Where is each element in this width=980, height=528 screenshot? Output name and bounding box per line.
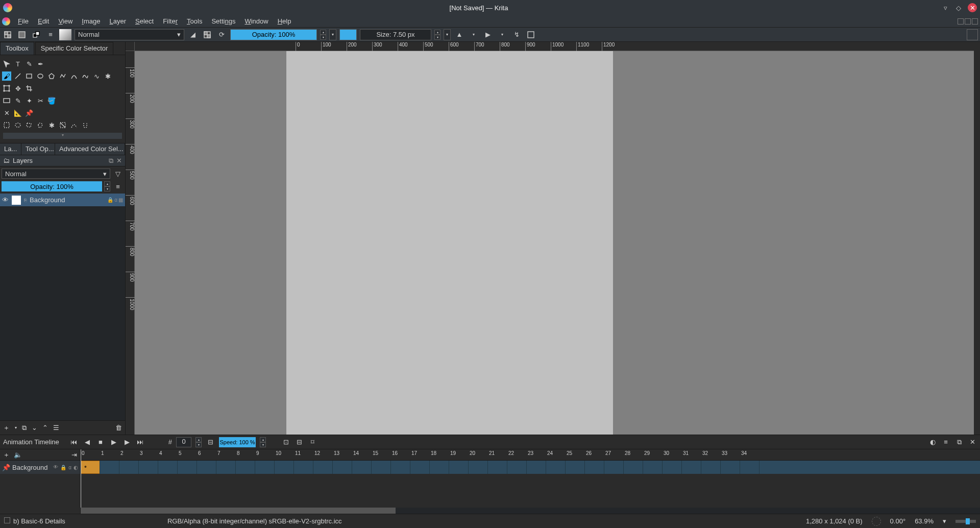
maximize-button[interactable]: ◇ <box>954 4 963 12</box>
play-button[interactable]: ▶ <box>109 438 118 447</box>
eraser-mode-button[interactable]: ◢ <box>187 29 199 40</box>
size-dropdown[interactable]: ▾ <box>444 29 451 40</box>
timeline-track[interactable] <box>81 461 980 474</box>
onion-skins-button[interactable]: ◐ <box>928 438 937 447</box>
dynamic-brush-tool[interactable]: ∿ <box>92 71 101 81</box>
zoom-label[interactable]: 63.9% <box>915 517 934 525</box>
foreground-color-swatch[interactable] <box>339 29 357 40</box>
crop-tool[interactable] <box>24 84 34 93</box>
inherit-alpha-icon[interactable]: ▦ <box>118 197 123 203</box>
menu-tools[interactable]: Tools <box>182 16 207 26</box>
layer-filter-button[interactable]: ▽ <box>112 168 124 179</box>
rectangle-tool[interactable] <box>24 71 34 81</box>
duplicate-layer-button[interactable]: ⧉ <box>22 424 27 431</box>
pattern-swatch[interactable] <box>2 29 13 40</box>
delete-layer-button[interactable]: 🗑 <box>115 424 122 431</box>
mirror-horizontal-button[interactable]: ▲ <box>454 29 465 40</box>
ellipse-select-tool[interactable] <box>13 121 22 130</box>
pin-icon[interactable]: 📌 <box>2 464 10 471</box>
alpha-lock-button[interactable] <box>202 29 213 40</box>
right-dock-collapsed[interactable] <box>974 42 980 435</box>
horizontal-ruler[interactable]: 0100200300400500600700800900100011001200 <box>135 42 980 51</box>
rotation-dial[interactable] <box>872 517 881 526</box>
current-frame-input[interactable]: 0 <box>176 437 191 447</box>
visibility-icon[interactable]: 👁 <box>53 465 58 470</box>
zoom-dropdown-icon[interactable]: ▾ <box>943 518 946 524</box>
menu-layer[interactable]: Layer <box>105 16 131 26</box>
bezier-tool[interactable] <box>69 71 79 81</box>
polygon-tool[interactable] <box>47 71 56 81</box>
reference-images-tool[interactable]: 📌 <box>24 108 34 117</box>
selection-indicator-checkbox[interactable] <box>4 517 10 523</box>
layer-opacity-spinner[interactable]: ▴▾ <box>104 181 110 191</box>
menu-filter[interactable]: Filter <box>158 16 182 26</box>
tab-specific-color-selector[interactable]: Specific Color Selector <box>35 42 114 55</box>
onion-skin-button-1[interactable]: ⊟ <box>295 438 304 447</box>
goto-last-frame-button[interactable]: ⏭ <box>136 438 145 447</box>
playback-speed-slider[interactable]: Speed: 100 % <box>219 437 256 447</box>
size-spinner[interactable]: ▴▾ <box>434 30 440 40</box>
similar-select-tool[interactable] <box>58 121 67 130</box>
bezier-select-tool[interactable] <box>69 121 79 130</box>
toolbox-collapse-handle[interactable] <box>3 133 122 139</box>
measure-tool[interactable]: 📐 <box>13 108 22 117</box>
minimize-button[interactable]: ▿ <box>941 4 949 12</box>
freehand-path-tool[interactable] <box>81 71 90 81</box>
opacity-slider[interactable]: Opacity: 100% <box>230 29 317 40</box>
document-canvas[interactable] <box>286 51 613 435</box>
workspace-button[interactable] <box>525 29 536 40</box>
speed-spinner[interactable]: ▴▾ <box>260 437 266 447</box>
move-layer-tool[interactable]: ✥ <box>13 84 22 93</box>
brush-presets-button[interactable]: ≡ <box>45 29 56 40</box>
menu-window[interactable]: Window <box>240 16 273 26</box>
edit-shapes-tool[interactable]: ✎ <box>24 59 34 68</box>
menu-help[interactable]: Help <box>273 16 296 26</box>
tab-advanced-color-selector[interactable]: Advanced Color Sel... <box>55 143 125 155</box>
layer-opacity-slider[interactable]: Opacity: 100% <box>2 181 102 191</box>
tab-layers[interactable]: La... <box>0 143 21 155</box>
onion-icon[interactable]: ◐ <box>74 465 78 470</box>
text-tool[interactable]: T <box>13 59 22 68</box>
contiguous-select-tool[interactable]: ✱ <box>47 121 56 130</box>
tab-toolbox[interactable]: Toolbox <box>0 42 34 55</box>
brush-preview-icon[interactable] <box>59 29 71 40</box>
drop-frames-button[interactable]: ⊟ <box>206 438 215 447</box>
pattern-edit-tool[interactable]: ✦ <box>24 96 34 105</box>
timeline-track-area[interactable]: 0123456789101112131415161718192021222324… <box>81 449 980 514</box>
menu-edit[interactable]: Edit <box>33 16 54 26</box>
timeline-scrollbar[interactable] <box>81 508 980 514</box>
add-timeline-layer-button[interactable]: ＋ <box>3 451 10 458</box>
menu-image[interactable]: Image <box>77 16 105 26</box>
magnetic-select-tool[interactable] <box>81 121 90 130</box>
layer-settings-button[interactable]: ≡ <box>112 181 124 192</box>
visibility-toggle-icon[interactable]: 👁 <box>2 197 9 203</box>
scrollbar-thumb[interactable] <box>81 508 396 514</box>
wrap-around-button[interactable]: ↯ <box>511 29 522 40</box>
add-layer-button[interactable]: ＋ <box>3 424 10 431</box>
gradient-tool[interactable] <box>2 96 11 105</box>
line-tool[interactable] <box>13 71 22 81</box>
freehand-brush-tool[interactable]: 🖌 <box>2 71 11 81</box>
playhead[interactable] <box>81 449 81 514</box>
alpha-icon[interactable]: α <box>68 465 71 470</box>
add-layer-menu[interactable]: ▾ <box>15 426 17 430</box>
polygon-select-tool[interactable] <box>24 121 34 130</box>
smart-patch-tool[interactable]: ✂ <box>36 96 45 105</box>
mirror-vertical-button[interactable]: ▶ <box>482 29 494 40</box>
menu-file[interactable]: File <box>13 16 33 26</box>
polyline-tool[interactable] <box>58 71 67 81</box>
canvas-viewport[interactable] <box>135 51 980 435</box>
onion-skin-button-2[interactable]: ⌑ <box>308 438 317 447</box>
goto-first-frame-button[interactable]: ⏮ <box>69 438 79 447</box>
opacity-dropdown[interactable]: ▾ <box>329 29 336 40</box>
fill-tool[interactable]: 🪣 <box>47 96 56 105</box>
blend-mode-combo[interactable]: Normal ▾ <box>75 29 184 40</box>
vertical-ruler[interactable]: 1002003004005006007008009001000 <box>126 51 135 435</box>
timeline-menu-button[interactable]: ≡ <box>941 438 950 447</box>
transform-tool[interactable] <box>2 84 11 93</box>
prev-frame-button[interactable]: ◀ <box>83 438 92 447</box>
auto-frame-button[interactable]: ⊡ <box>281 438 290 447</box>
float-panel-button[interactable]: ⧉ <box>109 157 113 165</box>
color-picker-tool[interactable]: ✎ <box>13 96 22 105</box>
alpha-icon[interactable]: α <box>114 197 117 203</box>
